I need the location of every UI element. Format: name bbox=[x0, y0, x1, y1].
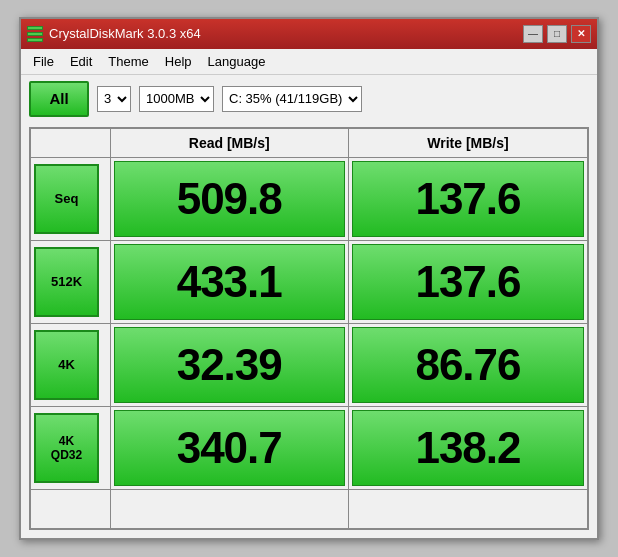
512k-write-cell: 137.6 bbox=[348, 240, 588, 323]
menu-item-theme[interactable]: Theme bbox=[100, 52, 156, 71]
maximize-button[interactable]: □ bbox=[547, 25, 567, 43]
row-label-cell: 512K bbox=[30, 240, 110, 323]
main-content: Read [MB/s] Write [MB/s] Seq 509.8 137. bbox=[21, 123, 597, 539]
col-header-label bbox=[30, 128, 110, 158]
close-button[interactable]: ✕ bbox=[571, 25, 591, 43]
4k-qd32-write-cell: 138.2 bbox=[348, 406, 588, 489]
4k-qd32-read-cell: 340.7 bbox=[110, 406, 348, 489]
main-window: CrystalDiskMark 3.0.3 x64 — □ ✕ FileEdit… bbox=[19, 17, 599, 541]
4k-read-cell: 32.39 bbox=[110, 323, 348, 406]
4k-read-value: 32.39 bbox=[114, 327, 345, 403]
col-header-write: Write [MB/s] bbox=[348, 128, 588, 158]
512k-read-value: 433.1 bbox=[114, 244, 345, 320]
table-row: Seq 509.8 137.6 bbox=[30, 157, 588, 240]
disk-icon bbox=[27, 26, 43, 42]
count-select[interactable]: 3 1 5 9 bbox=[97, 86, 131, 112]
4k-write-value: 86.76 bbox=[352, 327, 584, 403]
title-bar: CrystalDiskMark 3.0.3 x64 — □ ✕ bbox=[21, 19, 597, 49]
col-header-read: Read [MB/s] bbox=[110, 128, 348, 158]
4k-qd32-write-value: 138.2 bbox=[352, 410, 584, 486]
seq-write-value: 137.6 bbox=[352, 161, 584, 237]
row-label-cell: 4K bbox=[30, 323, 110, 406]
minimize-button[interactable]: — bbox=[523, 25, 543, 43]
all-button[interactable]: All bbox=[29, 81, 89, 117]
menu-bar: FileEditThemeHelpLanguage bbox=[21, 49, 597, 75]
drive-select[interactable]: C: 35% (41/119GB) bbox=[222, 86, 362, 112]
row-label-cell: 4KQD32 bbox=[30, 406, 110, 489]
menu-item-file[interactable]: File bbox=[25, 52, 62, 71]
results-table: Read [MB/s] Write [MB/s] Seq 509.8 137. bbox=[29, 127, 589, 531]
table-row: 512K 433.1 137.6 bbox=[30, 240, 588, 323]
title-bar-left: CrystalDiskMark 3.0.3 x64 bbox=[27, 26, 201, 42]
512k-read-cell: 433.1 bbox=[110, 240, 348, 323]
512k-button[interactable]: 512K bbox=[34, 247, 99, 317]
toolbar: All 3 1 5 9 1000MB 50MB 100MB 500MB 2000… bbox=[21, 75, 597, 123]
empty-row bbox=[30, 489, 588, 529]
menu-item-edit[interactable]: Edit bbox=[62, 52, 100, 71]
menu-item-help[interactable]: Help bbox=[157, 52, 200, 71]
empty-label bbox=[30, 489, 110, 529]
empty-read bbox=[110, 489, 348, 529]
empty-write bbox=[348, 489, 588, 529]
seq-read-cell: 509.8 bbox=[110, 157, 348, 240]
seq-write-cell: 137.6 bbox=[348, 157, 588, 240]
window-title: CrystalDiskMark 3.0.3 x64 bbox=[49, 26, 201, 41]
table-row: 4KQD32 340.7 138.2 bbox=[30, 406, 588, 489]
4k-qd32-button[interactable]: 4KQD32 bbox=[34, 413, 99, 483]
seq-read-value: 509.8 bbox=[114, 161, 345, 237]
4k-write-cell: 86.76 bbox=[348, 323, 588, 406]
size-select[interactable]: 1000MB 50MB 100MB 500MB 2000MB bbox=[139, 86, 214, 112]
seq-button[interactable]: Seq bbox=[34, 164, 99, 234]
menu-item-language[interactable]: Language bbox=[200, 52, 274, 71]
4k-button[interactable]: 4K bbox=[34, 330, 99, 400]
4k-qd32-read-value: 340.7 bbox=[114, 410, 345, 486]
table-row: 4K 32.39 86.76 bbox=[30, 323, 588, 406]
title-bar-controls: — □ ✕ bbox=[523, 25, 591, 43]
row-label-cell: Seq bbox=[30, 157, 110, 240]
512k-write-value: 137.6 bbox=[352, 244, 584, 320]
